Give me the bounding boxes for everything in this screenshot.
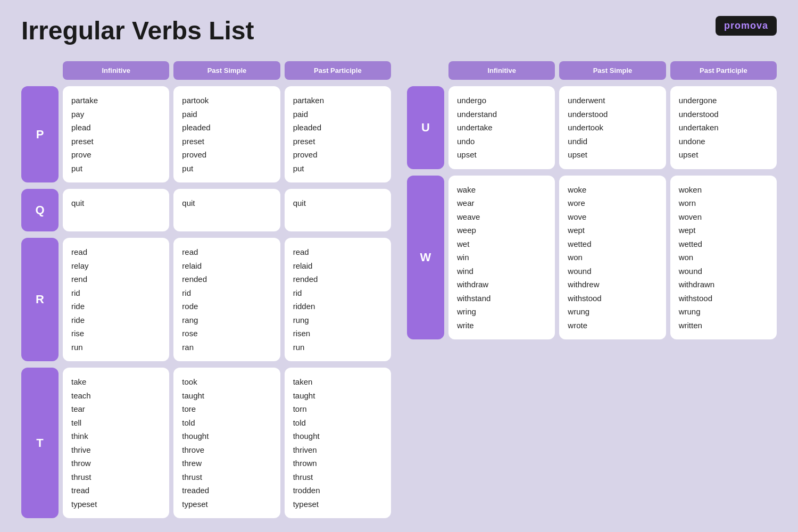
verb-row-t: Ttake teach tear tell think thrive throw… — [21, 368, 391, 518]
infinitive-cell: undergo understand undertake undo upset — [448, 86, 555, 169]
letter-cell-q: Q — [21, 189, 59, 231]
infinitive-cell: read relay rend rid ride ride rise run — [63, 238, 169, 361]
past_participle-cell: partaken paid pleaded preset proved put — [285, 86, 391, 182]
col-header-past-simple: Past Simple — [173, 61, 280, 80]
col-header-past-simple: Past Simple — [559, 61, 666, 80]
past_simple-cell: quit — [173, 189, 280, 231]
col-headers: InfinitivePast SimplePast Participle — [21, 61, 391, 80]
col-headers: InfinitivePast SimplePast Participle — [407, 61, 777, 80]
col-header-infinitive: Infinitive — [448, 61, 555, 80]
past_participle-cell: taken taught torn told thought thriven t… — [285, 368, 391, 518]
logo: promova — [716, 16, 777, 36]
infinitive-cell: wake wear weave weep wet win wind withdr… — [448, 176, 555, 340]
letter-cell-r: R — [21, 238, 59, 361]
col-header-past-participle: Past Participle — [285, 61, 391, 80]
col-header-past-participle: Past Participle — [670, 61, 777, 80]
infinitive-cell: quit — [63, 189, 169, 231]
past_simple-cell: partook paid pleaded preset proved put — [173, 86, 280, 182]
past_participle-cell: read relaid rended rid ridden rung risen… — [285, 238, 391, 361]
verb-row-r: Rread relay rend rid ride ride rise runr… — [21, 238, 391, 361]
letter-cell-p: P — [21, 86, 59, 182]
past_participle-cell: undergone understood undertaken undone u… — [670, 86, 777, 169]
left-table: InfinitivePast SimplePast ParticiplePpar… — [21, 61, 391, 518]
infinitive-cell: partake pay plead preset prove put — [63, 86, 169, 182]
letter-cell-w: W — [407, 176, 444, 340]
past_participle-cell: quit — [285, 189, 391, 231]
right-table: InfinitivePast SimplePast ParticipleUund… — [407, 61, 777, 518]
page-title: Irregular Verbs List — [21, 16, 254, 45]
letter-cell-u: U — [407, 86, 444, 169]
col-header-infinitive: Infinitive — [63, 61, 169, 80]
past_simple-cell: took taught tore told thought throve thr… — [173, 368, 280, 518]
verb-row-w: Wwake wear weave weep wet win wind withd… — [407, 176, 777, 340]
tables-container: InfinitivePast SimplePast ParticiplePpar… — [21, 61, 777, 518]
verb-row-u: Uundergo understand undertake undo upset… — [407, 86, 777, 169]
past_participle-cell: woken worn woven wept wetted won wound w… — [670, 176, 777, 340]
past_simple-cell: read relaid rended rid rode rang rose ra… — [173, 238, 280, 361]
logo-text: promova — [724, 20, 768, 31]
past_simple-cell: woke wore wove wept wetted won wound wit… — [559, 176, 666, 340]
infinitive-cell: take teach tear tell think thrive throw … — [63, 368, 169, 518]
page-header: Irregular Verbs List promova — [21, 16, 777, 45]
past_simple-cell: underwent understood undertook undid ups… — [559, 86, 666, 169]
verb-row-p: Ppartake pay plead preset prove putparto… — [21, 86, 391, 182]
verb-row-q: Qquitquitquit — [21, 189, 391, 231]
letter-cell-t: T — [21, 368, 59, 518]
